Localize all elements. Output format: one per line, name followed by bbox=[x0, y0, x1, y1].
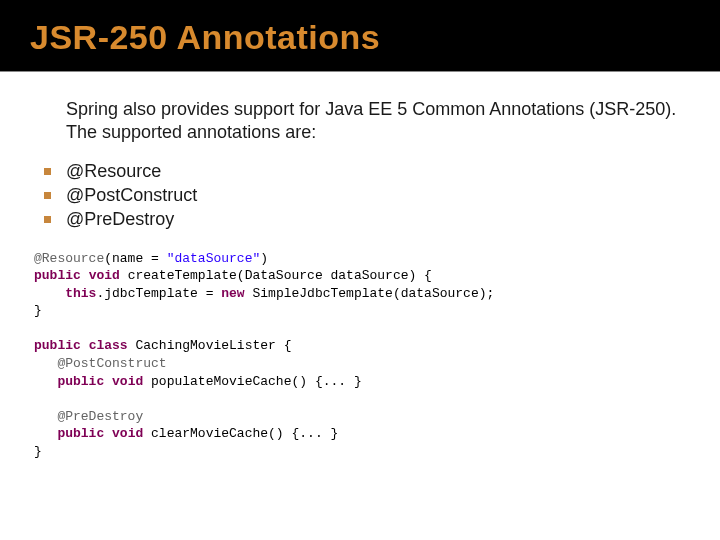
code-token bbox=[34, 426, 57, 441]
list-item: @PreDestroy bbox=[30, 207, 690, 231]
code-token: } bbox=[34, 444, 42, 459]
code-token: @PreDestroy bbox=[57, 409, 143, 424]
slide-header: JSR-250 Annotations bbox=[0, 0, 720, 72]
code-token: @PostConstruct bbox=[57, 356, 166, 371]
code-token: ) bbox=[260, 251, 268, 266]
code-token: void bbox=[112, 374, 143, 389]
code-token bbox=[104, 426, 112, 441]
code-token: } bbox=[34, 303, 42, 318]
code-token: void bbox=[89, 268, 120, 283]
code-block: @Resource(name = "dataSource") public vo… bbox=[34, 250, 690, 461]
code-token: public bbox=[57, 374, 104, 389]
code-token: createTemplate(DataSource dataSource) { bbox=[120, 268, 432, 283]
slide-title: JSR-250 Annotations bbox=[30, 18, 690, 57]
code-token bbox=[81, 338, 89, 353]
code-token: (name = bbox=[104, 251, 166, 266]
code-token: @Resource bbox=[34, 251, 104, 266]
code-token: new bbox=[221, 286, 244, 301]
code-token bbox=[34, 409, 57, 424]
list-item: @PostConstruct bbox=[30, 183, 690, 207]
code-token: .jdbcTemplate = bbox=[96, 286, 221, 301]
code-token bbox=[34, 286, 65, 301]
code-token: public bbox=[34, 338, 81, 353]
slide-content: Spring also provides support for Java EE… bbox=[0, 72, 720, 460]
code-token: populateMovieCache() {... } bbox=[143, 374, 361, 389]
code-token: "dataSource" bbox=[167, 251, 261, 266]
code-token: void bbox=[112, 426, 143, 441]
list-item: @Resource bbox=[30, 159, 690, 183]
bullet-list: @Resource @PostConstruct @PreDestroy bbox=[30, 159, 690, 232]
code-token: CachingMovieLister { bbox=[128, 338, 292, 353]
code-token: clearMovieCache() {... } bbox=[143, 426, 338, 441]
code-token: this bbox=[65, 286, 96, 301]
code-token bbox=[34, 356, 57, 371]
code-token: public bbox=[57, 426, 104, 441]
code-token bbox=[34, 374, 57, 389]
code-token bbox=[81, 268, 89, 283]
intro-text: Spring also provides support for Java EE… bbox=[66, 98, 690, 145]
code-token: public bbox=[34, 268, 81, 283]
code-token: SimpleJdbcTemplate(dataSource); bbox=[245, 286, 495, 301]
code-token: class bbox=[89, 338, 128, 353]
code-token bbox=[104, 374, 112, 389]
